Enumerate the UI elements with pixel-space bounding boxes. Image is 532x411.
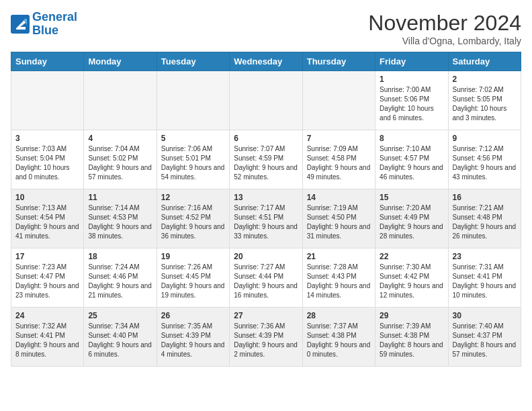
calendar-cell: 16Sunrise: 7:21 AM Sunset: 4:48 PM Dayli… bbox=[448, 189, 521, 248]
logo-text: General Blue bbox=[32, 11, 77, 38]
day-number: 19 bbox=[161, 252, 225, 261]
weekday-header-thursday: Thursday bbox=[302, 52, 375, 71]
weekday-header-monday: Monday bbox=[84, 52, 157, 71]
calendar-cell: 14Sunrise: 7:19 AM Sunset: 4:50 PM Dayli… bbox=[302, 189, 375, 248]
calendar-cell: 9Sunrise: 7:12 AM Sunset: 4:56 PM Daylig… bbox=[448, 130, 521, 189]
calendar-cell: 17Sunrise: 7:23 AM Sunset: 4:47 PM Dayli… bbox=[11, 248, 84, 308]
title-block: November 2024 Villa d'Ogna, Lombardy, It… bbox=[368, 11, 521, 46]
week-row-3: 10Sunrise: 7:13 AM Sunset: 4:54 PM Dayli… bbox=[11, 189, 521, 248]
page-header: General Blue November 2024 Villa d'Ogna,… bbox=[11, 11, 521, 46]
weekday-header-tuesday: Tuesday bbox=[157, 52, 229, 71]
calendar-cell: 25Sunrise: 7:34 AM Sunset: 4:40 PM Dayli… bbox=[84, 308, 157, 367]
calendar-cell: 5Sunrise: 7:06 AM Sunset: 5:01 PM Daylig… bbox=[157, 130, 229, 189]
day-info: Sunrise: 7:37 AM Sunset: 4:38 PM Dayligh… bbox=[307, 322, 371, 359]
day-number: 24 bbox=[15, 311, 79, 320]
day-info: Sunrise: 7:21 AM Sunset: 4:48 PM Dayligh… bbox=[453, 203, 517, 241]
day-number: 11 bbox=[88, 193, 152, 202]
calendar-cell bbox=[302, 71, 375, 130]
calendar-table: SundayMondayTuesdayWednesdayThursdayFrid… bbox=[11, 52, 521, 367]
day-number: 8 bbox=[380, 134, 443, 143]
calendar-cell: 4Sunrise: 7:04 AM Sunset: 5:02 PM Daylig… bbox=[84, 130, 157, 189]
day-info: Sunrise: 7:17 AM Sunset: 4:51 PM Dayligh… bbox=[234, 203, 298, 241]
day-number: 15 bbox=[380, 193, 443, 202]
calendar-cell bbox=[157, 71, 229, 130]
day-info: Sunrise: 7:28 AM Sunset: 4:43 PM Dayligh… bbox=[307, 263, 371, 300]
day-info: Sunrise: 7:32 AM Sunset: 4:41 PM Dayligh… bbox=[15, 322, 79, 359]
month-title: November 2024 bbox=[368, 11, 521, 36]
day-info: Sunrise: 7:03 AM Sunset: 5:04 PM Dayligh… bbox=[15, 144, 79, 182]
day-info: Sunrise: 7:31 AM Sunset: 4:41 PM Dayligh… bbox=[453, 263, 517, 300]
calendar-cell: 21Sunrise: 7:28 AM Sunset: 4:43 PM Dayli… bbox=[302, 248, 375, 308]
day-info: Sunrise: 7:16 AM Sunset: 4:52 PM Dayligh… bbox=[161, 203, 225, 241]
calendar-cell: 3Sunrise: 7:03 AM Sunset: 5:04 PM Daylig… bbox=[11, 130, 84, 189]
day-info: Sunrise: 7:27 AM Sunset: 4:44 PM Dayligh… bbox=[234, 263, 298, 300]
calendar-cell: 7Sunrise: 7:09 AM Sunset: 4:58 PM Daylig… bbox=[302, 130, 375, 189]
day-number: 4 bbox=[88, 134, 152, 143]
week-row-1: 1Sunrise: 7:00 AM Sunset: 5:06 PM Daylig… bbox=[11, 71, 521, 130]
day-number: 21 bbox=[307, 252, 371, 261]
day-info: Sunrise: 7:12 AM Sunset: 4:56 PM Dayligh… bbox=[453, 144, 517, 182]
calendar-cell: 15Sunrise: 7:20 AM Sunset: 4:49 PM Dayli… bbox=[375, 189, 448, 248]
day-info: Sunrise: 7:13 AM Sunset: 4:54 PM Dayligh… bbox=[15, 203, 79, 241]
calendar-cell: 29Sunrise: 7:39 AM Sunset: 4:38 PM Dayli… bbox=[375, 308, 448, 367]
day-number: 28 bbox=[307, 311, 371, 320]
calendar-cell: 2Sunrise: 7:02 AM Sunset: 5:05 PM Daylig… bbox=[448, 71, 521, 130]
logo: General Blue bbox=[11, 11, 77, 38]
weekday-header-saturday: Saturday bbox=[448, 52, 521, 71]
day-info: Sunrise: 7:24 AM Sunset: 4:46 PM Dayligh… bbox=[88, 263, 152, 300]
day-number: 22 bbox=[380, 252, 443, 261]
day-number: 7 bbox=[307, 134, 371, 143]
weekday-header-row: SundayMondayTuesdayWednesdayThursdayFrid… bbox=[11, 52, 521, 71]
day-number: 14 bbox=[307, 193, 371, 202]
day-number: 26 bbox=[161, 311, 225, 320]
calendar-cell: 8Sunrise: 7:10 AM Sunset: 4:57 PM Daylig… bbox=[375, 130, 448, 189]
weekday-header-friday: Friday bbox=[375, 52, 448, 71]
day-number: 23 bbox=[453, 252, 517, 261]
day-info: Sunrise: 7:04 AM Sunset: 5:02 PM Dayligh… bbox=[88, 144, 152, 182]
day-number: 3 bbox=[15, 134, 79, 143]
day-number: 17 bbox=[15, 252, 79, 261]
day-info: Sunrise: 7:34 AM Sunset: 4:40 PM Dayligh… bbox=[88, 322, 152, 359]
weekday-header-sunday: Sunday bbox=[11, 52, 84, 71]
day-number: 1 bbox=[380, 75, 443, 84]
calendar-cell: 22Sunrise: 7:30 AM Sunset: 4:42 PM Dayli… bbox=[375, 248, 448, 308]
calendar-cell: 6Sunrise: 7:07 AM Sunset: 4:59 PM Daylig… bbox=[230, 130, 302, 189]
day-info: Sunrise: 7:36 AM Sunset: 4:39 PM Dayligh… bbox=[234, 322, 298, 359]
day-info: Sunrise: 7:30 AM Sunset: 4:42 PM Dayligh… bbox=[380, 263, 443, 300]
calendar-cell: 20Sunrise: 7:27 AM Sunset: 4:44 PM Dayli… bbox=[230, 248, 302, 308]
week-row-4: 17Sunrise: 7:23 AM Sunset: 4:47 PM Dayli… bbox=[11, 248, 521, 308]
calendar-cell bbox=[11, 71, 84, 130]
day-number: 16 bbox=[453, 193, 517, 202]
calendar-cell: 12Sunrise: 7:16 AM Sunset: 4:52 PM Dayli… bbox=[157, 189, 229, 248]
day-info: Sunrise: 7:23 AM Sunset: 4:47 PM Dayligh… bbox=[15, 263, 79, 300]
day-info: Sunrise: 7:06 AM Sunset: 5:01 PM Dayligh… bbox=[161, 144, 225, 182]
day-info: Sunrise: 7:00 AM Sunset: 5:06 PM Dayligh… bbox=[380, 85, 443, 123]
calendar-cell bbox=[230, 71, 302, 130]
day-info: Sunrise: 7:26 AM Sunset: 4:45 PM Dayligh… bbox=[161, 263, 225, 300]
day-info: Sunrise: 7:19 AM Sunset: 4:50 PM Dayligh… bbox=[307, 203, 371, 241]
logo-icon bbox=[11, 15, 30, 34]
calendar-cell: 10Sunrise: 7:13 AM Sunset: 4:54 PM Dayli… bbox=[11, 189, 84, 248]
calendar-cell: 26Sunrise: 7:35 AM Sunset: 4:39 PM Dayli… bbox=[157, 308, 229, 367]
day-info: Sunrise: 7:14 AM Sunset: 4:53 PM Dayligh… bbox=[88, 203, 152, 241]
calendar-cell: 27Sunrise: 7:36 AM Sunset: 4:39 PM Dayli… bbox=[230, 308, 302, 367]
calendar-cell: 28Sunrise: 7:37 AM Sunset: 4:38 PM Dayli… bbox=[302, 308, 375, 367]
day-info: Sunrise: 7:10 AM Sunset: 4:57 PM Dayligh… bbox=[380, 144, 443, 182]
day-number: 20 bbox=[234, 252, 298, 261]
calendar-cell: 13Sunrise: 7:17 AM Sunset: 4:51 PM Dayli… bbox=[230, 189, 302, 248]
calendar-cell: 11Sunrise: 7:14 AM Sunset: 4:53 PM Dayli… bbox=[84, 189, 157, 248]
day-info: Sunrise: 7:09 AM Sunset: 4:58 PM Dayligh… bbox=[307, 144, 371, 182]
calendar-cell: 18Sunrise: 7:24 AM Sunset: 4:46 PM Dayli… bbox=[84, 248, 157, 308]
day-info: Sunrise: 7:39 AM Sunset: 4:38 PM Dayligh… bbox=[380, 322, 443, 359]
weekday-header-wednesday: Wednesday bbox=[230, 52, 302, 71]
day-number: 12 bbox=[161, 193, 225, 202]
day-info: Sunrise: 7:02 AM Sunset: 5:05 PM Dayligh… bbox=[453, 85, 517, 123]
calendar-cell: 19Sunrise: 7:26 AM Sunset: 4:45 PM Dayli… bbox=[157, 248, 229, 308]
calendar-cell bbox=[84, 71, 157, 130]
location: Villa d'Ogna, Lombardy, Italy bbox=[368, 36, 521, 46]
day-number: 30 bbox=[453, 311, 517, 320]
week-row-5: 24Sunrise: 7:32 AM Sunset: 4:41 PM Dayli… bbox=[11, 308, 521, 367]
day-number: 25 bbox=[88, 311, 152, 320]
day-number: 18 bbox=[88, 252, 152, 261]
day-info: Sunrise: 7:20 AM Sunset: 4:49 PM Dayligh… bbox=[380, 203, 443, 241]
